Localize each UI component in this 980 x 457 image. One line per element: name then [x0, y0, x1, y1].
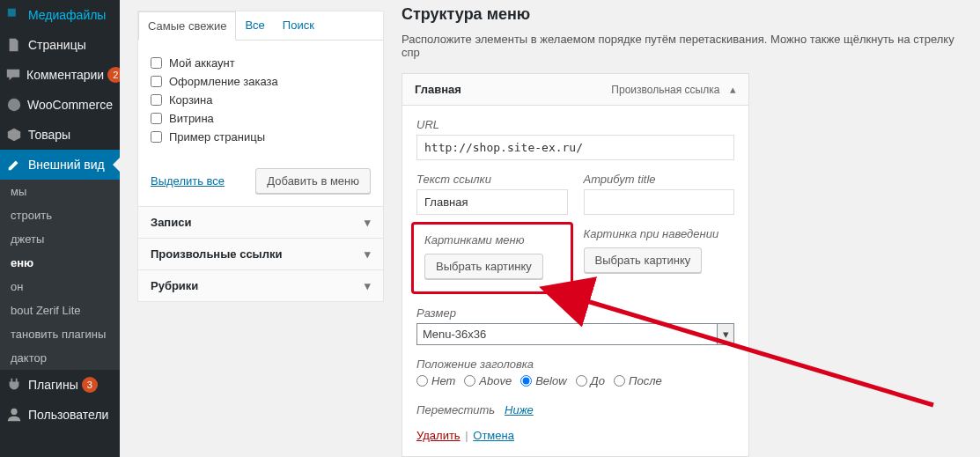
caret-down-icon: ▾ [365, 279, 371, 292]
sidebar-item-woocommerce[interactable]: WooCommerce [0, 90, 120, 120]
sidebar-item-products[interactable]: Товары [0, 120, 120, 150]
submenu-item[interactable]: тановить плагины [0, 322, 120, 346]
highlighted-image-menu: Картинками меню Выбрать картинку [411, 222, 573, 294]
sidebar-label: Внешний вид [28, 158, 105, 172]
size-select[interactable]: Menu-36x36 [416, 323, 734, 345]
sidebar-item-plugins[interactable]: Плагины 3 [0, 370, 120, 400]
url-label: URL [416, 118, 734, 131]
menu-item-title: Главная [415, 83, 461, 96]
submenu-item[interactable]: он [0, 275, 120, 299]
radio-after[interactable]: После [614, 374, 662, 387]
sidebar-label: Товары [28, 128, 70, 142]
accordion-categories[interactable]: Рубрики ▾ [137, 269, 384, 302]
admin-sidebar: Медиафайлы Страницы Комментарии 2 WooCom… [0, 0, 120, 457]
comments-badge: 2 [107, 67, 120, 83]
submenu-item[interactable]: дактор [0, 346, 120, 370]
position-label: Положение заголовка [416, 357, 734, 371]
tab-search[interactable]: Поиск [274, 11, 323, 40]
tab-recent[interactable]: Самые свежие [138, 11, 236, 41]
select-all-link[interactable]: Выделить все [151, 174, 225, 188]
page-icon [5, 36, 23, 54]
page-checkbox[interactable] [151, 94, 162, 106]
media-icon [5, 6, 23, 24]
move-down-link[interactable]: Ниже [505, 403, 534, 416]
radio-before[interactable]: До [576, 374, 605, 387]
title-attr-label: Атрибут title [584, 173, 735, 186]
structure-title: Структура меню [402, 5, 962, 24]
delete-link[interactable]: Удалить [416, 429, 461, 442]
pages-panel: Самые свежие Все Поиск Мой аккаунт Оформ… [137, 11, 384, 207]
pages-list: Мой аккаунт Оформление заказа Корзина Ви… [138, 41, 383, 159]
submenu-item[interactable]: джеты [0, 227, 120, 251]
move-row: Переместить Ниже [416, 403, 734, 416]
page-checkbox-row[interactable]: Мой аккаунт [151, 56, 371, 70]
url-input[interactable] [416, 135, 734, 160]
sidebar-item-media[interactable]: Медиафайлы [0, 0, 120, 30]
caret-down-icon: ▾ [365, 216, 371, 229]
page-checkbox[interactable] [151, 131, 162, 143]
accordion-posts[interactable]: Записи ▾ [137, 206, 384, 239]
select-dropdown-button[interactable]: ▾ [717, 323, 734, 345]
menu-item-type: Произвольная ссылка [611, 84, 719, 96]
choose-image-menu-button[interactable]: Выбрать картинку [424, 254, 543, 279]
svg-point-0 [7, 99, 19, 111]
page-checkbox-row[interactable]: Оформление заказа [151, 75, 371, 88]
choose-image-hover-button[interactable]: Выбрать картинку [584, 247, 703, 273]
woo-icon [5, 96, 22, 114]
page-checkbox[interactable] [151, 57, 162, 69]
appearance-icon [5, 156, 23, 173]
add-to-menu-button[interactable]: Добавить в меню [255, 168, 371, 194]
menu-item-settings: URL Текст ссылки Атрибут title [402, 106, 749, 457]
sidebar-label: Комментарии [26, 68, 104, 82]
sidebar-label: Медиафайлы [28, 8, 106, 22]
submenu-item[interactable]: мы [0, 180, 120, 203]
svg-point-1 [11, 409, 17, 415]
title-attr-input[interactable] [584, 189, 735, 215]
cancel-link[interactable]: Отмена [473, 429, 514, 442]
plugin-icon [5, 376, 23, 394]
page-checkbox-row[interactable]: Корзина [151, 93, 371, 107]
page-checkbox[interactable] [151, 76, 162, 87]
page-checkbox-row[interactable]: Пример страницы [151, 130, 371, 144]
page-checkbox[interactable] [151, 113, 162, 124]
link-text-label: Текст ссылки [416, 173, 568, 186]
caret-down-icon: ▾ [365, 247, 371, 261]
sidebar-item-comments[interactable]: Комментарии 2 [0, 60, 120, 90]
sidebar-item-users[interactable]: Пользователи [0, 400, 120, 430]
sidebar-label: Пользователи [28, 408, 108, 422]
product-icon [5, 126, 23, 144]
menu-structure-column: Структура меню Расположите элементы в же… [402, 0, 962, 457]
comment-icon [5, 66, 21, 84]
page-checkbox-row[interactable]: Витрина [151, 112, 371, 125]
plugins-badge: 3 [82, 377, 98, 393]
radio-above[interactable]: Above [464, 374, 512, 387]
structure-description: Расположите элементы в желаемом порядке … [402, 33, 962, 59]
sidebar-label: WooCommerce [27, 98, 113, 112]
panel-tabs: Самые свежие Все Поиск [138, 11, 383, 41]
radio-below[interactable]: Below [520, 374, 566, 387]
submenu-item[interactable]: bout Zerif Lite [0, 299, 120, 322]
action-row: Удалить | Отмена [416, 429, 734, 442]
sidebar-item-pages[interactable]: Страницы [0, 30, 120, 60]
menu-item-handle[interactable]: Главная Произвольная ссылка ▴ [402, 73, 749, 106]
sidebar-label: Плагины [28, 378, 78, 392]
tab-all[interactable]: Все [236, 11, 273, 40]
position-radio-group: Нет Above Below До После [416, 374, 734, 391]
submenu-item[interactable]: строить [0, 203, 120, 227]
submenu-item-menu[interactable]: еню [0, 251, 120, 275]
sidebar-item-appearance[interactable]: Внешний вид [0, 150, 120, 180]
img-menu-label: Картинками меню [424, 233, 560, 247]
sidebar-submenu: мы строить джеты еню он bout Zerif Lite … [0, 180, 120, 370]
sidebar-label: Страницы [28, 38, 86, 52]
accordion-custom-links[interactable]: Произвольные ссылки ▾ [137, 238, 384, 270]
img-hover-label: Картинка при наведении [584, 227, 735, 240]
link-text-input[interactable] [416, 189, 568, 215]
add-items-column: Самые свежие Все Поиск Мой аккаунт Оформ… [137, 11, 384, 302]
user-icon [5, 406, 23, 424]
size-label: Размер [416, 306, 734, 320]
caret-up-icon[interactable]: ▴ [730, 83, 736, 96]
radio-none[interactable]: Нет [416, 374, 455, 387]
